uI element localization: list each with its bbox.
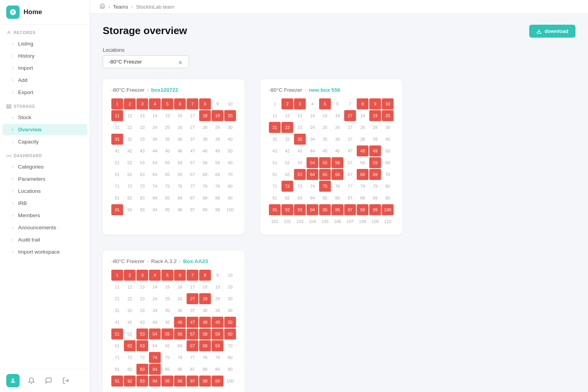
cell-65[interactable]: 65	[162, 340, 173, 351]
cell-79[interactable]: 79	[212, 352, 223, 363]
sidebar-item-parameters[interactable]: Parameters	[2, 173, 87, 185]
cell-97[interactable]: 97	[187, 204, 198, 215]
cell-55[interactable]: 55	[162, 157, 173, 168]
cell-53[interactable]: 53	[294, 157, 306, 168]
cell-23[interactable]: 23	[136, 293, 148, 304]
sidebar-item-import-workspace[interactable]: Import workspace	[2, 246, 87, 258]
cell-90[interactable]: 90	[224, 192, 236, 203]
cell-52[interactable]: 52	[124, 328, 136, 339]
cell-46[interactable]: 46	[174, 317, 186, 328]
chat-icon[interactable]	[43, 375, 54, 386]
cell-29[interactable]: 29	[212, 293, 223, 304]
cell-51[interactable]: 51	[111, 157, 123, 168]
cell-93[interactable]: 93	[136, 376, 148, 387]
cell-22[interactable]: 22	[281, 122, 293, 133]
cell-13[interactable]: 13	[294, 110, 306, 121]
cell-26[interactable]: 26	[332, 122, 343, 133]
cell-89[interactable]: 89	[369, 192, 381, 203]
cell-54[interactable]: 54	[149, 157, 161, 168]
cell-67[interactable]: 67	[187, 340, 198, 351]
cell-7[interactable]: 7	[344, 98, 356, 109]
cell-20[interactable]: 20	[224, 281, 236, 292]
cell-14[interactable]: 14	[149, 281, 161, 292]
cell-92[interactable]: 92	[281, 204, 293, 215]
cell-109[interactable]: 109	[369, 216, 381, 227]
cell-63[interactable]: 63	[136, 169, 148, 180]
cell-36[interactable]: 36	[174, 305, 186, 316]
cell-76[interactable]: 76	[174, 181, 186, 192]
box-aa23-link[interactable]: Box AA23	[183, 258, 208, 264]
cell-22[interactable]: 22	[124, 293, 136, 304]
cell-75[interactable]: 75	[319, 181, 331, 192]
cell-95[interactable]: 95	[162, 204, 173, 215]
cell-31[interactable]: 31	[269, 134, 281, 145]
cell-76[interactable]: 76	[332, 181, 343, 192]
cell-69[interactable]: 69	[212, 169, 223, 180]
cell-55[interactable]: 55	[162, 328, 173, 339]
cell-94[interactable]: 94	[149, 204, 161, 215]
cell-74[interactable]: 74	[307, 181, 318, 192]
cell-42[interactable]: 42	[124, 317, 136, 328]
cell-110[interactable]: 110	[382, 216, 394, 227]
cell-67[interactable]: 67	[344, 169, 356, 180]
cell-107[interactable]: 107	[344, 216, 356, 227]
cell-8[interactable]: 8	[199, 98, 211, 109]
cell-46[interactable]: 46	[332, 145, 343, 156]
cell-70[interactable]: 70	[224, 169, 236, 180]
cell-8[interactable]: 8	[199, 270, 211, 281]
cell-77[interactable]: 77	[187, 352, 198, 363]
cell-70[interactable]: 70	[224, 340, 236, 351]
cell-51[interactable]: 51	[111, 328, 123, 339]
cell-56[interactable]: 56	[174, 328, 186, 339]
cell-11[interactable]: 11	[111, 110, 123, 121]
cell-47[interactable]: 47	[187, 145, 198, 156]
cell-70[interactable]: 70	[382, 169, 394, 180]
cell-15[interactable]: 15	[319, 110, 331, 121]
cell-48[interactable]: 48	[199, 317, 211, 328]
cell-28[interactable]: 28	[199, 122, 211, 133]
cell-38[interactable]: 38	[357, 134, 368, 145]
cell-45[interactable]: 45	[162, 317, 173, 328]
cell-84[interactable]: 84	[149, 364, 161, 375]
cell-77[interactable]: 77	[187, 181, 198, 192]
cell-96[interactable]: 96	[332, 204, 343, 215]
cell-33[interactable]: 33	[136, 134, 148, 145]
cell-19[interactable]: 19	[212, 110, 223, 121]
cell-1[interactable]: 1	[269, 98, 281, 109]
cell-15[interactable]: 15	[162, 110, 173, 121]
cell-47[interactable]: 47	[344, 145, 356, 156]
cell-52[interactable]: 52	[281, 157, 293, 168]
cell-68[interactable]: 68	[199, 169, 211, 180]
cell-57[interactable]: 57	[344, 157, 356, 168]
cell-49[interactable]: 49	[212, 145, 223, 156]
cell-85[interactable]: 85	[319, 192, 331, 203]
cell-92[interactable]: 92	[124, 376, 136, 387]
cell-50[interactable]: 50	[224, 145, 236, 156]
cell-24[interactable]: 24	[149, 122, 161, 133]
cell-8[interactable]: 8	[357, 98, 368, 109]
cell-39[interactable]: 39	[212, 134, 223, 145]
cell-24[interactable]: 24	[149, 293, 161, 304]
cell-9[interactable]: 9	[212, 98, 223, 109]
cell-9[interactable]: 9	[369, 98, 381, 109]
cell-18[interactable]: 18	[199, 281, 211, 292]
cell-21[interactable]: 21	[269, 122, 281, 133]
cell-42[interactable]: 42	[124, 145, 136, 156]
cell-80[interactable]: 80	[224, 181, 236, 192]
cell-82[interactable]: 82	[281, 192, 293, 203]
cell-43[interactable]: 43	[136, 145, 148, 156]
sidebar-item-announcements[interactable]: Announcements	[2, 222, 87, 233]
cell-71[interactable]: 71	[111, 181, 123, 192]
cell-81[interactable]: 81	[111, 364, 123, 375]
cell-37[interactable]: 37	[187, 134, 198, 145]
cell-5[interactable]: 5	[319, 98, 331, 109]
cell-24[interactable]: 24	[307, 122, 318, 133]
cell-65[interactable]: 65	[319, 169, 331, 180]
cell-10[interactable]: 10	[382, 98, 394, 109]
sidebar-item-import[interactable]: Import	[2, 62, 87, 74]
cell-30[interactable]: 30	[224, 293, 236, 304]
cell-13[interactable]: 13	[136, 281, 148, 292]
cell-46[interactable]: 46	[174, 145, 186, 156]
cell-32[interactable]: 32	[281, 134, 293, 145]
cell-29[interactable]: 29	[369, 122, 381, 133]
